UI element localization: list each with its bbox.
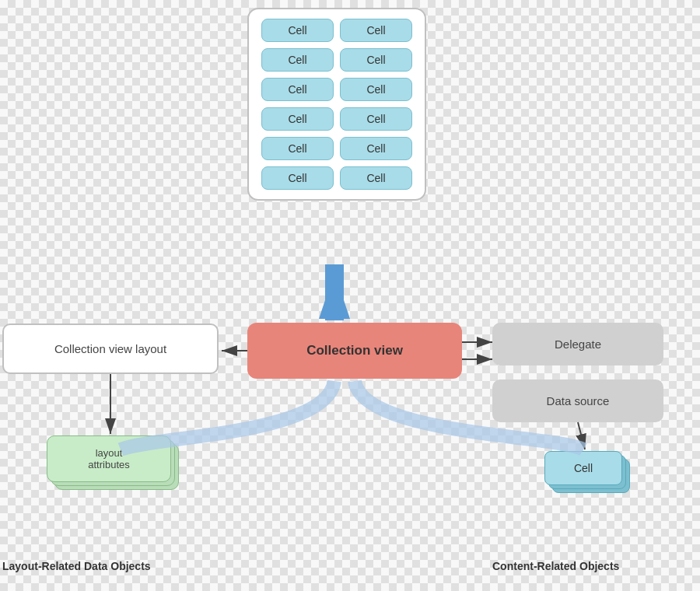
collection-view-label: Collection view [306,343,403,358]
up-arrow [319,272,350,319]
collection-view-box: Collection view [247,323,462,379]
arrow-datasource-down [578,422,585,449]
content-related-label: Content-Related Objects [492,560,619,572]
cell-item: Cell [261,78,334,101]
cell-item: Cell [261,166,334,190]
cell-item: Cell [261,107,334,131]
layout-label: Collection view layout [54,342,166,355]
cell-item: Cell [340,19,412,42]
datasource-box: Data source [492,379,663,422]
cell-item: Cell [340,78,412,101]
collection-view-grid: Cell Cell Cell Cell Cell Cell Cell Cell … [247,8,426,201]
cell-item: Cell [340,107,412,131]
up-arrow-shaft [325,264,344,320]
cell-item: Cell [261,19,334,42]
stack-front: layoutattributes [47,435,171,482]
layout-related-label: Layout-Related Data Objects [2,560,151,572]
cell-item: Cell [340,48,412,72]
cell-stack-front: Cell [544,451,622,485]
cell-item: Cell [261,137,334,160]
datasource-label: Data source [547,394,610,407]
cell-item: Cell [340,166,412,190]
cell-stack-label: Cell [574,462,593,474]
cell-item: Cell [261,48,334,72]
cell-item: Cell [340,137,412,160]
layout-attrs-label: layoutattributes [88,447,129,470]
delegate-label: Delegate [555,337,601,351]
delegate-box: Delegate [492,323,663,365]
layout-box: Collection view layout [2,323,219,374]
